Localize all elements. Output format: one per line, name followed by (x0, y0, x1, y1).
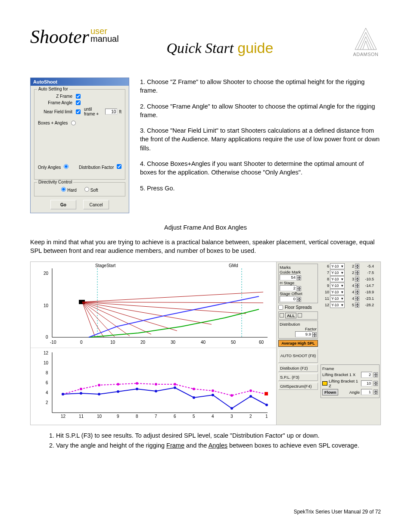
box-model-select[interactable]: Y-10▾ (330, 276, 345, 282)
angle-label: Angle (339, 390, 360, 395)
gmspectrum-button[interactable]: GMSpectrum(F4) (278, 383, 318, 390)
hstage-input[interactable] (280, 285, 297, 291)
all-button[interactable]: ALL (285, 313, 296, 318)
distribution-button[interactable]: Distibution (F2) (278, 364, 318, 372)
box-row: 12Y-10▾5▴▾-28.2 (321, 302, 380, 308)
bottom-instruction-1: Hit S.P.L (F3) to see results. To adjust… (56, 431, 381, 441)
svg-line-32 (82, 302, 115, 337)
keep-in-mind-text: Keep in mind that what you are trying to… (30, 238, 381, 255)
distfactor-checkbox[interactable] (117, 164, 121, 169)
soft-radio[interactable] (84, 187, 89, 192)
guidemark-label: Guide Mark (280, 270, 317, 274)
svg-text:4: 4 (46, 390, 48, 395)
spin-icon[interactable]: ▴▾ (355, 270, 359, 275)
spin-icon[interactable]: ▴▾ (355, 277, 359, 282)
controls-column: Marks Guide Mark ▴▾ H Stage ▴▾ Stage Off… (277, 261, 320, 425)
box-row: 7Y-10▾2▴▾-7.5 (321, 270, 380, 276)
svg-line-26 (82, 302, 263, 303)
lb1z-label: Lifting Bracket 1 Z (329, 379, 360, 388)
expand-icon[interactable] (280, 313, 284, 317)
spin-icon[interactable]: ▴▾ (374, 389, 378, 395)
avg-high-spl-button[interactable]: Average High SPL (278, 340, 318, 347)
spin-icon[interactable]: ▴▾ (355, 283, 359, 288)
svg-text:20: 20 (140, 340, 146, 345)
spin-icon[interactable]: ▴▾ (355, 264, 359, 269)
spl-button[interactable]: S.P.L. (F3) (278, 373, 318, 381)
page-footer: SpekTrix Series User Manual 29 of 72 (294, 509, 381, 515)
spin-icon[interactable]: ▴▾ (374, 372, 378, 377)
spin-icon[interactable]: ▴▾ (297, 297, 301, 302)
bottom-instruction-2: Vary the angle and height of the rigging… (56, 441, 381, 451)
instruction-4: 4. Choose Boxes+Angles if you want Shoot… (140, 159, 381, 177)
box-model-select[interactable]: Y-10▾ (330, 283, 345, 289)
distfactor-input[interactable] (295, 331, 312, 337)
svg-point-56 (80, 388, 82, 390)
svg-point-69 (98, 393, 100, 395)
stageoffset-input[interactable] (280, 296, 297, 302)
svg-text:50: 50 (231, 340, 236, 345)
box-row: 9Y-10▾4▴▾-14.7 (321, 283, 380, 289)
svg-text:6: 6 (174, 414, 176, 419)
collapse-icon[interactable] (298, 313, 302, 317)
svg-text:6: 6 (46, 380, 48, 385)
box-number: 12 (321, 303, 329, 307)
box-value: 5 (346, 303, 354, 307)
svg-text:8: 8 (46, 370, 48, 375)
lb1x-input[interactable] (361, 372, 372, 378)
box-model-select[interactable]: Y-10▾ (330, 289, 345, 295)
bottom-instructions: Hit S.P.L (F3) to see results. To adjust… (56, 431, 381, 451)
box-angle: -10.5 (360, 277, 374, 281)
spin-icon[interactable]: ▴▾ (312, 332, 317, 337)
nearfield-input[interactable] (105, 109, 117, 115)
box-angle: -5.4 (360, 264, 374, 268)
svg-rect-79 (265, 392, 268, 395)
svg-point-58 (117, 383, 119, 386)
autoshoot-button[interactable]: AUTO SHOOT (F8) (278, 349, 318, 363)
nearfield-checkbox[interactable] (76, 109, 81, 114)
spin-icon[interactable]: ▴▾ (355, 289, 359, 295)
marks-label: Marks (280, 265, 317, 270)
lb1z-input[interactable] (361, 380, 372, 386)
section-autoshoot: AutoShoot Auto Setting for Z Frame Frame… (30, 78, 381, 213)
go-button[interactable]: Go (50, 200, 76, 209)
svg-text:9: 9 (117, 414, 119, 419)
box-model-select[interactable]: Y-10▾ (330, 302, 345, 308)
frameangle-checkbox[interactable] (76, 100, 81, 105)
box-number: 7 (321, 271, 329, 275)
boxesangles-radio[interactable] (71, 121, 76, 125)
spin-icon[interactable]: ▴▾ (355, 302, 359, 308)
box-model-select[interactable]: Y-10▾ (330, 270, 345, 276)
zframe-checkbox[interactable] (76, 94, 81, 99)
boxes-column: 6Y-10▾2▴▾-5.47Y-10▾2▴▾-7.58Y-10▾3▴▾-10.5… (320, 261, 381, 425)
svg-line-30 (82, 302, 151, 334)
spin-icon[interactable]: ▴▾ (297, 275, 301, 280)
spin-icon[interactable]: ▴▾ (374, 381, 378, 386)
box-model-select[interactable]: Y-10▾ (330, 263, 345, 269)
svg-line-3 (366, 32, 374, 50)
hard-radio[interactable] (61, 187, 66, 192)
factor-label: Factor (280, 327, 317, 331)
spin-icon[interactable]: ▴▾ (297, 286, 301, 291)
frame-legend: Frame (322, 366, 334, 371)
untilframe-label: until frame + (84, 107, 103, 116)
floorspreads-checkbox[interactable] (278, 305, 283, 310)
svg-point-64 (230, 394, 233, 397)
svg-point-67 (62, 393, 64, 395)
box-angle: -14.7 (360, 283, 374, 288)
svg-point-71 (136, 388, 138, 390)
angle-input[interactable] (361, 389, 372, 395)
page-header: Shooter user manual Quick Start guide AD… (30, 26, 381, 60)
soft-label: Soft (90, 188, 98, 193)
svg-text:20: 20 (44, 271, 49, 276)
flown-button[interactable]: Flown (322, 389, 338, 395)
box-model-select[interactable]: Y-10▾ (330, 296, 345, 302)
onlyangles-radio[interactable] (64, 164, 68, 169)
svg-text:4: 4 (212, 414, 214, 419)
svg-text:10: 10 (44, 303, 49, 308)
cancel-button[interactable]: Cancel (83, 200, 109, 209)
shooter-app-screenshot: StageStart GMd 20 10 0 -100 1020 3040 50… (30, 261, 381, 425)
section-subheading: Adjust Frame And Box Angles (30, 224, 381, 231)
guidemark-input[interactable] (280, 274, 297, 280)
spin-icon[interactable]: ▴▾ (355, 296, 359, 301)
title-quickstart: Quick Start (166, 40, 234, 56)
